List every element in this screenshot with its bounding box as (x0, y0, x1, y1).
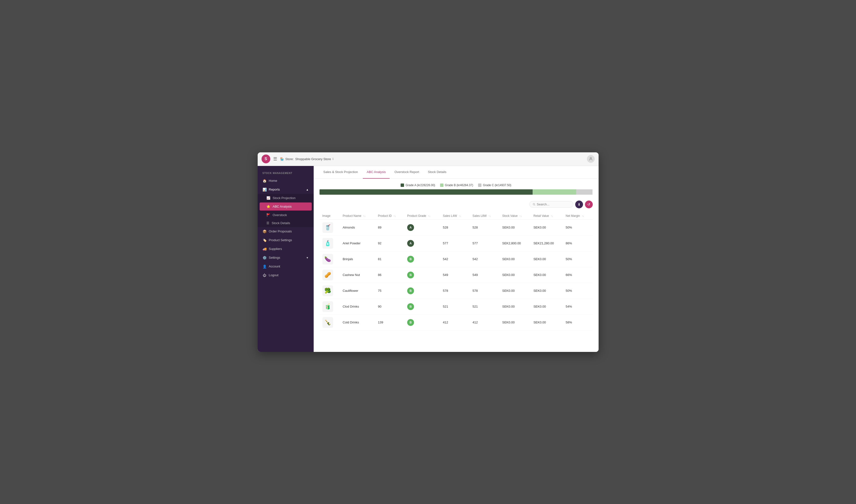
table-header-row: Image Product Name ↑↓ Product ID ↑↓ Prod… (319, 212, 593, 220)
cell-retail-value-6: SEK0.00 (530, 314, 562, 330)
cell-retail-value-3: SEK0.00 (530, 267, 562, 283)
cell-retail-value-0: SEK0.00 (530, 219, 562, 235)
sidebar-item-abc-analysis[interactable]: ⭐ ABC Analysis (260, 202, 312, 211)
tab-abc-analysis[interactable]: ABC Analysis (363, 166, 390, 179)
sidebar-section-label: STOCK MANAGEMENT (258, 168, 314, 177)
product-settings-icon: 🏷️ (263, 238, 266, 242)
cell-sales-l8w-0: 528 (470, 219, 499, 235)
search-box[interactable] (529, 201, 573, 208)
store-label: Store: (285, 157, 294, 161)
legend-label-a: Grade A (kr228226.00) (405, 183, 435, 187)
sidebar-item-overstock[interactable]: 🚩 Overstock (258, 211, 314, 219)
cell-image-3: 🥜 (319, 267, 340, 283)
tab-stock-details[interactable]: Stock Details (424, 166, 450, 179)
overstock-icon: 🚩 (266, 213, 270, 217)
sidebar-item-reports[interactable]: 📊 Reports ▲ (258, 185, 314, 194)
cell-id-2: 81 (375, 251, 404, 267)
sidebar-label-abc-analysis: ABC Analysis (273, 205, 292, 208)
cell-grade-0: A (404, 219, 440, 235)
search-input[interactable] (537, 202, 570, 206)
stock-projection-icon: 📈 (266, 196, 270, 200)
store-name: Shoppable Grocery Store (295, 157, 331, 161)
product-thumbnail: 🥜 (322, 270, 333, 280)
table-row: 🍆 Brinjals 81 B 542 542 SEK0.00 SEK0.00 … (319, 251, 593, 267)
sidebar-item-order-proposals[interactable]: 📦 Order Proposals (258, 227, 314, 236)
legend-grade-b: Grade B (kr46284.37) (440, 183, 473, 187)
order-proposals-icon: 📦 (263, 230, 266, 233)
sidebar-label-account: Account (269, 265, 280, 268)
chevron-down-icon: ▼ (306, 256, 309, 259)
page-content: Grade A (kr228226.00) Grade B (kr46284.3… (314, 179, 599, 352)
sidebar-item-logout[interactable]: ⏻ Logout (258, 271, 314, 280)
cell-stock-value-1: SEK2,800.00 (499, 235, 530, 251)
grade-badge: B (407, 303, 414, 310)
cell-stock-value-4: SEK0.00 (499, 283, 530, 299)
sidebar-label-stock-details: Stock Details (272, 221, 290, 225)
sidebar-item-product-settings[interactable]: 🏷️ Product Settings (258, 236, 314, 245)
col-net-margin[interactable]: Net Margin ↑↓ (563, 212, 593, 220)
svg-point-1 (533, 203, 535, 205)
cell-stock-value-6: SEK0.00 (499, 314, 530, 330)
legend-dot-b (440, 183, 443, 187)
cell-image-4: 🥦 (319, 283, 340, 299)
sidebar-item-account[interactable]: 👤 Account (258, 262, 314, 271)
cell-stock-value-2: SEK0.00 (499, 251, 530, 267)
grade-bar-b (532, 189, 576, 195)
cell-sales-l4w-5: 521 (440, 299, 470, 314)
cell-grade-5: B (404, 299, 440, 314)
legend-grade-c: Grade C (kr14937.50) (478, 183, 511, 187)
svg-point-0 (590, 158, 592, 159)
col-product-name[interactable]: Product Name ↑↓ (340, 212, 375, 220)
cell-retail-value-2: SEK0.00 (530, 251, 562, 267)
col-sales-l8w[interactable]: Sales L8W ↑↓ (470, 212, 499, 220)
cell-sales-l8w-1: 577 (470, 235, 499, 251)
table-row: 🍾 Cold Drinks 139 B 412 412 SEK0.00 SEK0… (319, 314, 593, 330)
sidebar-item-home[interactable]: 🏠 Home (258, 177, 314, 185)
cell-image-1: 🧴 (319, 235, 340, 251)
cell-retail-value-5: SEK0.00 (530, 299, 562, 314)
sidebar-item-suppliers[interactable]: 🚚 Suppliers (258, 245, 314, 253)
cell-id-4: 75 (375, 283, 404, 299)
cell-net-margin-3: 66% (563, 267, 593, 283)
col-retail-value[interactable]: Retail Value ↑↓ (530, 212, 562, 220)
cell-retail-value-4: SEK0.00 (530, 283, 562, 299)
sidebar-item-stock-projection[interactable]: 📈 Stock Projection (258, 194, 314, 202)
account-icon: 👤 (263, 265, 266, 268)
col-sales-l4w[interactable]: Sales L4W ↑↓ (440, 212, 470, 220)
cell-image-0: 🥤 (319, 219, 340, 235)
table-row: 🧃 Clod Drinks 90 B 521 521 SEK0.00 SEK0.… (319, 299, 593, 314)
cell-grade-3: B (404, 267, 440, 283)
sidebar-item-settings[interactable]: ⚙️ Settings ▼ (258, 253, 314, 262)
cell-net-margin-4: 50% (563, 283, 593, 299)
sidebar-label-stock-projection: Stock Projection (273, 196, 296, 200)
tab-sales-stock[interactable]: Sales & Stock Projection (319, 166, 362, 179)
user-avatar[interactable] (587, 155, 595, 163)
sidebar-item-stock-details[interactable]: ☰ Stock Details (258, 219, 314, 227)
col-stock-value[interactable]: Stock Value ↑↓ (499, 212, 530, 220)
cell-name-3: Cashew Nut (340, 267, 375, 283)
cell-id-6: 139 (375, 314, 404, 330)
cell-name-1: Ariel Powder (340, 235, 375, 251)
cell-stock-value-0: SEK0.00 (499, 219, 530, 235)
tab-overstock-report[interactable]: Overstock Report (390, 166, 423, 179)
grade-badge: A (407, 240, 414, 247)
info-icon[interactable]: ℹ (332, 157, 334, 161)
cell-net-margin-0: 50% (563, 219, 593, 235)
col-product-grade[interactable]: Product Grade ↑↓ (404, 212, 440, 220)
cell-retail-value-1: SEK21,280.00 (530, 235, 562, 251)
sidebar-label-order-proposals: Order Proposals (269, 230, 292, 233)
store-icon: 🏪 (280, 157, 284, 161)
cell-sales-l8w-4: 578 (470, 283, 499, 299)
cell-image-2: 🍆 (319, 251, 340, 267)
cell-sales-l8w-2: 542 (470, 251, 499, 267)
grade-bar-c (576, 189, 593, 195)
refresh-button[interactable]: ↺ (585, 200, 593, 208)
sidebar-label-settings: Settings (269, 256, 280, 259)
download-button[interactable]: ⬇ (575, 200, 583, 208)
product-thumbnail: 🥦 (322, 286, 333, 296)
hamburger-icon[interactable]: ☰ (273, 156, 277, 162)
sidebar-label-logout: Logout (269, 273, 279, 277)
sidebar-label-overstock: Overstock (273, 213, 287, 217)
col-product-id[interactable]: Product ID ↑↓ (375, 212, 404, 220)
cell-image-5: 🧃 (319, 299, 340, 314)
